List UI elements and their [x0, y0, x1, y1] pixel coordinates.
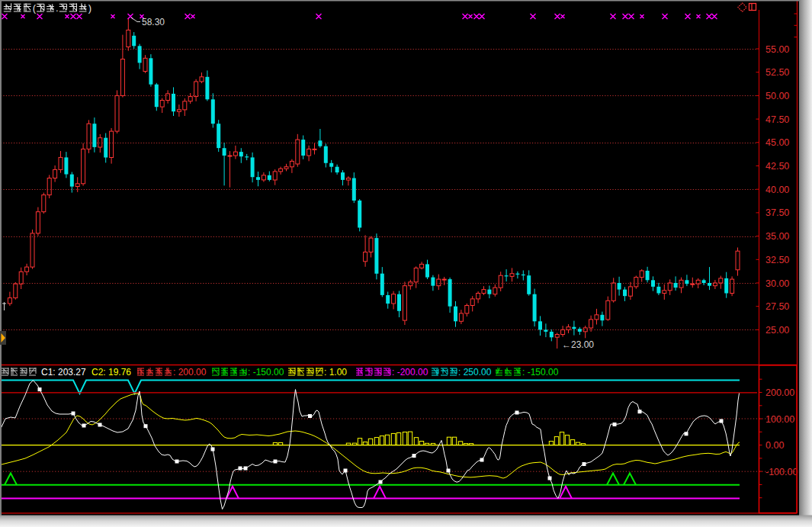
- svg-text:C2: 19.76: C2: 19.76: [91, 367, 131, 378]
- svg-text:52.50: 52.50: [765, 67, 789, 78]
- svg-text:37.50: 37.50: [765, 207, 789, 218]
- svg-text:32.50: 32.50: [765, 255, 789, 265]
- svg-text:40.00: 40.00: [765, 185, 789, 195]
- svg-text:45.00: 45.00: [765, 137, 789, 148]
- svg-text:25.00: 25.00: [765, 325, 789, 336]
- svg-text:-100.00: -100.00: [765, 467, 798, 477]
- svg-text:42.50: 42.50: [765, 161, 789, 172]
- svg-text:47.50: 47.50: [765, 114, 789, 125]
- svg-text:55.00: 55.00: [765, 44, 789, 55]
- svg-text:0.00: 0.00: [765, 440, 784, 451]
- svg-text:: -200.00: : -200.00: [392, 367, 428, 378]
- svg-text:: 200.00: : 200.00: [173, 367, 207, 378]
- svg-text:35.00: 35.00: [765, 231, 789, 242]
- svg-text:(: (: [33, 2, 37, 14]
- svg-text:30.00: 30.00: [765, 278, 789, 289]
- svg-text:100.00: 100.00: [765, 414, 794, 425]
- svg-text:): ): [88, 2, 91, 14]
- svg-text:: 250.00: : 250.00: [458, 367, 492, 378]
- svg-text:: 1.00: : 1.00: [324, 367, 347, 378]
- svg-text:: -150.00: : -150.00: [248, 367, 284, 378]
- svg-text:200.00: 200.00: [765, 387, 794, 398]
- svg-text:58.30: 58.30: [142, 17, 165, 27]
- svg-text:←23.00: ←23.00: [562, 339, 594, 350]
- svg-text:: -150.00: : -150.00: [522, 367, 559, 378]
- svg-text:50.00: 50.00: [765, 91, 789, 101]
- svg-text:27.50: 27.50: [765, 301, 789, 312]
- svg-text:C1: 203.27: C1: 203.27: [41, 367, 86, 378]
- svg-text:.: .: [56, 2, 59, 14]
